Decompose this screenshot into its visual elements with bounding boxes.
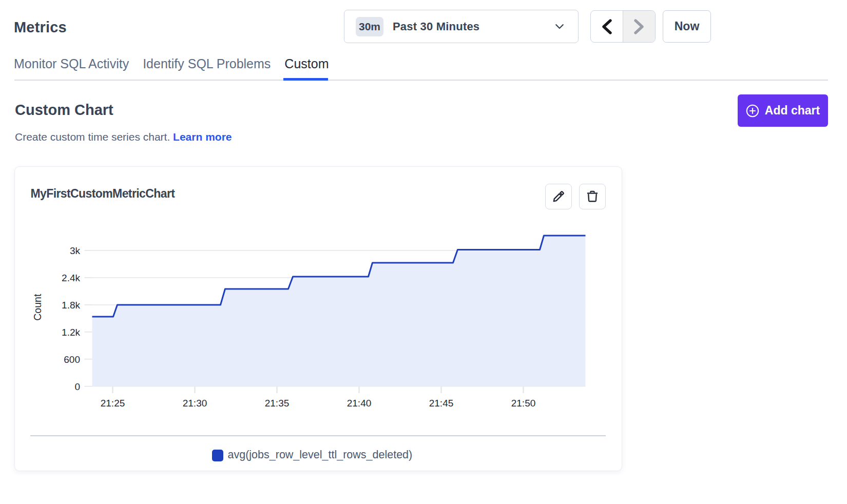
svg-text:0: 0 [74, 381, 80, 392]
svg-text:3k: 3k [69, 245, 80, 256]
svg-text:1.8k: 1.8k [62, 300, 80, 311]
svg-text:Count: Count [32, 294, 43, 321]
svg-text:21:40: 21:40 [346, 398, 371, 409]
svg-text:21:45: 21:45 [429, 398, 453, 409]
svg-text:21:30: 21:30 [182, 398, 207, 409]
svg-text:21:25: 21:25 [100, 398, 125, 409]
svg-text:1.2k: 1.2k [62, 327, 80, 338]
svg-text:21:50: 21:50 [511, 398, 535, 409]
svg-text:21:35: 21:35 [264, 398, 289, 409]
svg-text:600: 600 [64, 354, 80, 365]
svg-text:2.4k: 2.4k [62, 273, 80, 283]
